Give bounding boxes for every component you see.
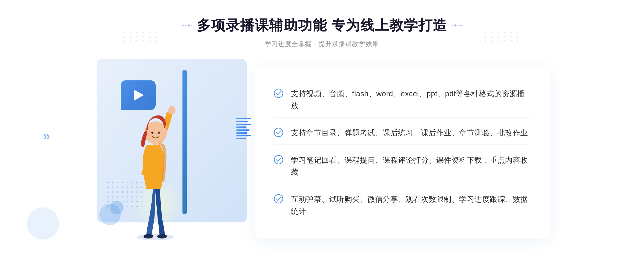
feature-text-2: 支持章节目录、弹题考试、课后练习、课后作业、章节测验、批改作业 — [291, 127, 528, 139]
feature-item-4: 互动弹幕、试听购买、微信分享、观看次数限制、学习进度跟踪、数据统计 — [274, 188, 531, 223]
dots-group-top-left — [123, 32, 159, 42]
feature-text-4: 互动弹幕、试听购买、微信分享、观看次数限制、学习进度跟踪、数据统计 — [291, 193, 531, 218]
svg-point-2 — [157, 234, 167, 238]
title-dots-right — [452, 24, 462, 27]
page-wrapper: » 多项录播课辅助功能 专为线上教学打造 学习进度全掌握，提升录播课教学效果 — [0, 0, 644, 261]
svg-point-11 — [274, 195, 283, 203]
check-icon-1 — [274, 88, 283, 98]
lines-decoration — [236, 118, 252, 139]
svg-point-10 — [274, 155, 283, 164]
features-panel: 支持视频、音频、flash、word、excel、ppt、pdf等各种格式的资源… — [255, 67, 550, 238]
check-icon-2 — [274, 128, 283, 137]
feature-text-1: 支持视频、音频、flash、word、excel、ppt、pdf等各种格式的资源… — [291, 88, 531, 112]
svg-point-7 — [158, 132, 160, 134]
svg-point-8 — [274, 89, 283, 98]
illustration-panel — [94, 59, 260, 241]
svg-point-9 — [274, 128, 283, 137]
feature-item-3: 学习笔记回看、课程提问、课程评论打分、课件资料下载，重点内容收藏 — [274, 149, 531, 184]
title-dots-left — [182, 24, 192, 27]
title-row: 多项录播课辅助功能 专为线上教学打造 — [182, 16, 462, 35]
main-title: 多项录播课辅助功能 专为线上教学打造 — [197, 16, 447, 35]
left-chevron-decoration: » — [43, 128, 50, 143]
dots-group-top-right — [485, 32, 521, 42]
feature-text-3: 学习笔记回看、课程提问、课程评论打分、课件资料下载，重点内容收藏 — [291, 154, 531, 178]
header-section: 多项录播课辅助功能 专为线上教学打造 学习进度全掌握，提升录播课教学效果 — [182, 16, 462, 48]
svg-point-1 — [144, 234, 153, 238]
bottom-circle-decoration — [27, 207, 59, 240]
check-icon-3 — [274, 155, 283, 165]
subtitle: 学习进度全掌握，提升录播课教学效果 — [182, 40, 462, 48]
feature-item-2: 支持章节目录、弹题考试、课后练习、课后作业、章节测验、批改作业 — [274, 122, 531, 145]
content-area: 支持视频、音频、flash、word、excel、ppt、pdf等各种格式的资源… — [94, 59, 550, 241]
svg-point-6 — [151, 132, 153, 134]
figure-illustration — [115, 86, 196, 241]
feature-item-1: 支持视频、音频、flash、word、excel、ppt、pdf等各种格式的资源… — [274, 83, 531, 118]
svg-point-0 — [137, 234, 174, 240]
check-icon-4 — [274, 194, 283, 204]
